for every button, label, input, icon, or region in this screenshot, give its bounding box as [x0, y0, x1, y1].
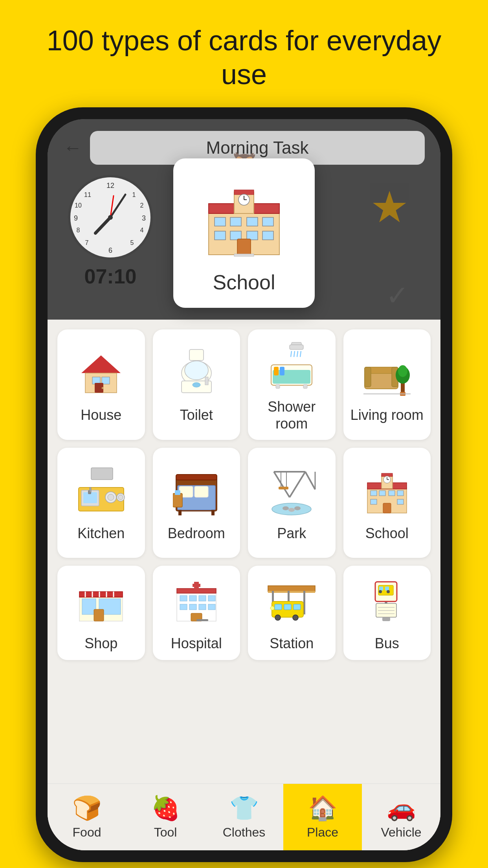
kitchen-image [73, 464, 128, 519]
svg-rect-45 [205, 377, 208, 385]
svg-point-146 [270, 606, 274, 610]
svg-rect-54 [274, 367, 279, 375]
house-image [73, 346, 128, 401]
page-title: 100 types of cards for everyday use [0, 0, 488, 107]
svg-point-42 [185, 361, 208, 380]
svg-text:1: 1 [132, 191, 136, 198]
nav-tool[interactable]: 🍓 Tool [126, 784, 205, 850]
nav-tool-label: Tool [154, 825, 177, 840]
card-living-room[interactable]: Living room [343, 329, 431, 440]
bedroom-image [169, 464, 224, 519]
card-hospital-label: Hospital [171, 635, 222, 652]
svg-rect-20 [234, 190, 254, 195]
card-school[interactable]: School [343, 448, 431, 558]
svg-rect-160 [382, 617, 390, 621]
phone-screen: ← Morning Task 🦉 12 3 6 9 1 2 [48, 119, 440, 850]
svg-marker-34 [81, 355, 121, 373]
svg-point-39 [102, 387, 104, 389]
svg-rect-31 [262, 231, 273, 240]
svg-rect-133 [199, 604, 206, 610]
living-room-image [360, 346, 415, 401]
svg-point-97 [294, 506, 301, 510]
svg-rect-144 [284, 604, 291, 610]
svg-rect-130 [208, 596, 215, 601]
card-kitchen[interactable]: Kitchen [57, 448, 145, 558]
card-shower[interactable]: Shower room [248, 329, 336, 440]
svg-rect-126 [194, 582, 199, 589]
svg-rect-24 [215, 217, 226, 226]
card-living-room-label: Living room [350, 406, 424, 423]
dark-top-area: ← Morning Task 🦉 12 3 6 9 1 2 [48, 119, 440, 320]
nav-food[interactable]: 🍞 Food [48, 784, 126, 850]
card-shower-label: Shower room [252, 398, 332, 432]
vehicle-icon: 🚗 [387, 794, 416, 822]
svg-line-86 [274, 472, 290, 497]
shower-image [264, 337, 319, 392]
clothes-icon: 👕 [229, 794, 259, 822]
card-bedroom-label: Bedroom [168, 525, 225, 542]
shop-image [73, 574, 128, 629]
svg-text:4: 4 [140, 227, 144, 234]
nav-vehicle-label: Vehicle [381, 825, 421, 840]
svg-text:3: 3 [142, 214, 146, 222]
svg-line-49 [294, 351, 295, 357]
card-park[interactable]: Park [248, 448, 336, 558]
svg-rect-127 [180, 596, 187, 601]
card-station-label: Station [270, 635, 314, 652]
svg-line-48 [291, 351, 292, 357]
svg-rect-30 [247, 231, 258, 240]
svg-rect-129 [199, 596, 206, 601]
svg-line-50 [297, 351, 298, 357]
nav-vehicle[interactable]: 🚗 Vehicle [362, 784, 440, 850]
school-building-icon [201, 180, 287, 259]
school-image [360, 464, 415, 519]
svg-line-89 [305, 472, 315, 489]
toilet-image [169, 346, 224, 401]
card-park-label: Park [277, 525, 306, 542]
place-icon: 🏠 [308, 794, 338, 822]
svg-point-16 [108, 215, 113, 220]
grid-row-1: House [57, 329, 431, 440]
svg-rect-134 [208, 604, 215, 610]
svg-rect-145 [294, 604, 301, 610]
svg-rect-108 [397, 491, 404, 496]
svg-point-74 [108, 494, 114, 500]
card-station[interactable]: Station [248, 566, 336, 660]
clock-time: 07:10 [67, 265, 154, 288]
checkmark-icon[interactable]: ✓ [386, 280, 409, 312]
svg-rect-72 [90, 487, 91, 492]
phone-frame: ← Morning Task 🦉 12 3 6 9 1 2 [36, 107, 452, 862]
svg-line-51 [300, 351, 301, 357]
svg-rect-136 [196, 619, 208, 621]
card-house[interactable]: House [57, 329, 145, 440]
svg-point-95 [283, 506, 289, 510]
card-shop[interactable]: Shop [57, 566, 145, 660]
svg-rect-80 [194, 486, 208, 497]
card-bedroom[interactable]: Bedroom [153, 448, 240, 558]
svg-point-155 [387, 590, 390, 593]
svg-text:9: 9 [74, 214, 78, 222]
svg-rect-28 [215, 231, 226, 240]
card-toilet[interactable]: Toilet [153, 329, 240, 440]
svg-point-147 [275, 615, 281, 620]
card-bus-label: Bus [375, 635, 399, 652]
nav-clothes[interactable]: 👕 Clothes [205, 784, 283, 850]
grid-row-2: Kitchen [57, 448, 431, 558]
card-hospital[interactable]: Hospital [153, 566, 240, 660]
nav-clothes-label: Clothes [223, 825, 266, 840]
selected-card-popup: School [173, 158, 315, 308]
nav-food-label: Food [73, 825, 101, 840]
svg-rect-33 [234, 254, 254, 256]
svg-point-76 [118, 495, 123, 500]
nav-place[interactable]: 🏠 Place [283, 784, 362, 850]
back-button[interactable]: ← [63, 137, 82, 158]
svg-rect-143 [275, 604, 282, 610]
svg-rect-138 [268, 591, 315, 593]
svg-point-64 [398, 365, 407, 377]
svg-rect-106 [379, 491, 385, 496]
card-grid-area: House [48, 320, 440, 850]
bus-image [360, 574, 415, 629]
card-bus[interactable]: Bus [343, 566, 431, 660]
svg-rect-110 [397, 499, 404, 504]
svg-text:11: 11 [84, 191, 91, 198]
